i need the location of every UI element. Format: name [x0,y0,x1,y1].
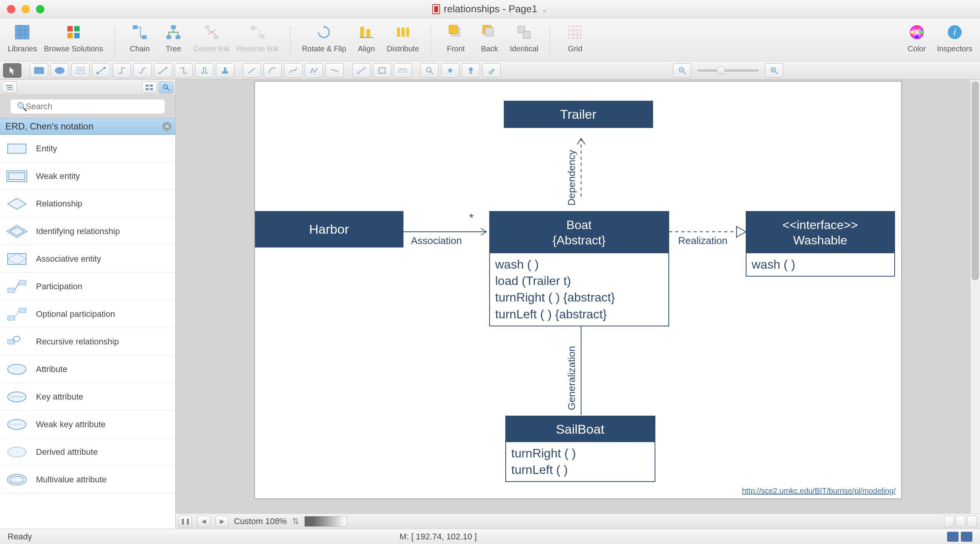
shape-item[interactable]: Multivalue attribute [0,466,175,493]
rect-tool[interactable] [30,63,48,78]
shape-list: EntityWeak entityRelationshipIdentifying… [0,135,175,529]
shape-item[interactable]: Identifying relationship [0,218,175,245]
shape-item[interactable]: Derived attribute [0,438,175,466]
pause-icon[interactable]: ❚❚ [179,516,192,527]
search-view-button[interactable] [158,81,174,93]
zoom-label[interactable]: Custom 108% [234,516,287,526]
pan-tool[interactable] [441,63,459,78]
bezier-tool[interactable] [325,63,344,78]
vertical-scrollbar[interactable] [970,80,980,513]
credit-link[interactable]: http://sce2.umkc.edu/BIT/burrise/pl/mode… [742,487,895,495]
toolbar-align[interactable]: Align [353,23,380,53]
arc-tool[interactable] [263,63,282,78]
zoom-slider-thumb[interactable] [717,66,725,75]
shape-item[interactable]: Key attribute [0,383,175,411]
shape-item[interactable]: Optional participation [0,300,175,328]
page-gradient[interactable] [304,516,346,527]
zoom-window-button[interactable] [36,5,44,13]
shape-item[interactable]: Weak entity [0,162,175,190]
uml-class-boat[interactable]: Boat {Abstract} wash ( )load (Trailer t)… [489,211,669,326]
status-btn-1[interactable] [947,532,959,542]
polyline-tool[interactable] [305,63,323,78]
toolbar-grid[interactable]: Grid [562,23,588,53]
toolbar-front[interactable]: Front [443,23,469,53]
shape-item[interactable]: Attribute [0,356,175,383]
toolbar-deletelink[interactable]: Delete link [194,23,229,53]
edit-points-tool[interactable] [352,63,371,78]
svg-rect-5 [67,26,73,31]
close-window-button[interactable] [7,5,15,13]
libraries-icon [13,23,31,41]
uml-class-harbor[interactable]: Harbor [255,211,403,247]
toolbar-inspectors[interactable]: iInspectors [937,23,972,53]
svg-rect-14 [205,25,209,29]
window-title[interactable]: relationships - Page1 ⌄ [432,3,547,15]
search-input[interactable] [10,99,165,114]
svg-rect-20 [360,27,364,38]
toolbar-chain[interactable]: Chain [126,23,153,53]
spline-tool[interactable] [284,63,302,78]
close-icon[interactable]: ✕ [162,122,172,131]
svg-rect-54 [224,67,226,71]
line-tool[interactable] [243,63,261,78]
next-page-button[interactable]: ▶ [216,516,229,527]
connector-tool-2[interactable] [113,63,131,78]
connector-tool-3[interactable] [133,63,152,78]
minimize-window-button[interactable] [21,5,30,13]
view-mode-1[interactable] [944,516,954,527]
view-mode-2[interactable] [956,516,965,527]
toolbar-rotateflip[interactable]: Rotate & Flip [302,23,346,53]
toolbar-back[interactable]: Back [476,23,503,53]
shape-label: Identifying relationship [36,226,120,236]
rubber-stamp-tool[interactable] [216,63,234,78]
view-mode-3[interactable] [967,516,977,527]
svg-rect-29 [485,28,493,36]
toolbar-reverselink[interactable]: Reverse link [237,23,279,53]
zoom-out-button[interactable] [673,63,691,78]
zoom-in-button[interactable] [765,63,783,78]
outline-view-button[interactable] [2,81,17,93]
grid-view-button[interactable] [142,81,157,93]
zoom-tool[interactable] [420,63,439,78]
canvas-scroll[interactable]: Trailer Harbor Boat {Abstract} wash ( )l… [176,80,980,513]
shape-item[interactable]: Entity [0,135,175,162]
shape-item[interactable]: Participation [0,273,175,300]
toolbar-libraries[interactable]: Libraries [8,23,37,53]
text-tool[interactable] [71,63,90,78]
shape-label: Derived attribute [36,447,98,457]
eyedropper-style-tool[interactable] [462,63,480,78]
connector-tool-1[interactable] [92,63,110,78]
measure-tool[interactable] [394,63,412,78]
connector-tool-6[interactable] [195,63,214,78]
uml-class-trailer[interactable]: Trailer [504,101,653,128]
prev-page-button[interactable]: ◀ [197,516,210,527]
zoom-slider[interactable] [697,69,759,72]
ellipse-tool[interactable] [51,63,69,78]
toolbar-tree[interactable]: Tree [160,23,187,53]
eyedropper-tool[interactable] [482,63,501,78]
shape-item[interactable]: Recursive relationship [0,328,175,356]
pointer-tool[interactable] [3,63,21,78]
toolbar-identical[interactable]: Identical [510,23,539,53]
toolbar-distribute[interactable]: Distribute [387,23,419,53]
toolbar-browse[interactable]: Browse Solutions [44,23,103,53]
category-header[interactable]: ERD, Chen's notation ✕ [0,118,175,135]
crop-tool[interactable] [373,63,391,78]
chevron-up-down-icon[interactable]: ⇅ [292,516,299,526]
svg-rect-10 [142,35,147,39]
uml-title: Trailer [505,102,652,127]
uml-class-sailboat[interactable]: SailBoat turnRight ( )turnLeft ( ) [505,416,655,482]
svg-point-38 [915,26,919,29]
shape-thumb-icon [5,305,29,323]
canvas[interactable]: Trailer Harbor Boat {Abstract} wash ( )l… [255,81,902,499]
shape-item[interactable]: Relationship [0,190,175,218]
toolbar-color[interactable]: Color [903,23,930,53]
scrollbar-thumb[interactable] [972,81,979,280]
shape-item[interactable]: Weak key attribute [0,411,175,438]
connector-tool-5[interactable] [175,63,193,78]
status-btn-2[interactable] [961,532,972,542]
shape-item[interactable]: Associative entity [0,245,175,273]
connector-tool-4[interactable] [154,63,172,78]
uml-interface-washable[interactable]: <<interface>> Washable wash ( ) [746,211,895,277]
svg-rect-13 [176,35,180,39]
